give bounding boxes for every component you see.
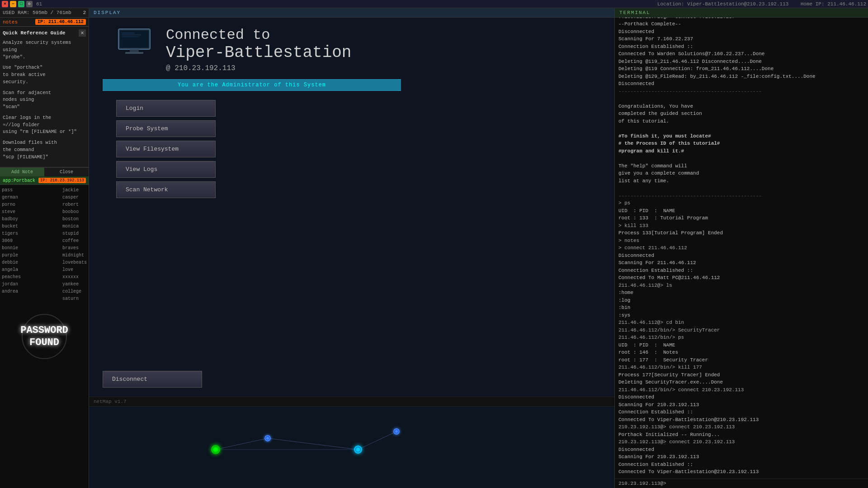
quick-ref-line-4: Clear logs in the≈//log folderusing "rm … xyxy=(3,114,86,136)
pwd-jordan: jordan xyxy=(2,281,21,288)
term-line: > kill 133 xyxy=(618,222,864,230)
app-portback-bar: app:Portback IP: 210.23.192.113 xyxy=(0,176,89,185)
terminal-content[interactable]: Note: the wildcard "*" indicates 'All'. … xyxy=(615,18,868,479)
ip-badge: IP: 211.46.46.112 xyxy=(35,19,86,25)
term-line: completed the guided section xyxy=(618,110,864,118)
password-list-left: pass german porno steve badboy bucket ti… xyxy=(2,187,21,295)
term-line: Connected To Warden Solutions@7.160.22.2… xyxy=(618,50,864,58)
terminal-input[interactable] xyxy=(668,481,864,486)
term-line: Scanning For 210.23.192.113 xyxy=(618,401,864,409)
term-line: :home xyxy=(618,289,864,297)
password-list-right: jackie casper robert booboo boston monic… xyxy=(62,187,87,303)
net-node-cyan-main[interactable] xyxy=(354,445,362,454)
view-filesystem-button[interactable]: View Filesystem xyxy=(116,141,216,157)
pwd-3069: 3069 xyxy=(2,237,21,245)
pwd-porno: porno xyxy=(2,201,21,208)
admin-bar: You are the Administrator of this System xyxy=(103,79,401,91)
quick-ref-title: Quick Reference Guide xyxy=(3,30,66,36)
net-node-blue[interactable] xyxy=(264,435,271,441)
quick-reference-panel: Quick Reference Guide × Analyze security… xyxy=(0,27,89,167)
term-line: Scanning For 211.46.46.112 xyxy=(618,259,864,267)
probe-system-button[interactable]: Probe System xyxy=(116,120,216,137)
pwd-casper: casper xyxy=(62,194,87,201)
svg-rect-5 xyxy=(130,49,139,52)
term-line: ----------------------------------------… xyxy=(618,88,864,95)
term-line: 211.46.46.112/bin/> kill 177 xyxy=(618,364,864,371)
term-line: Process 177[Security Tracer] Ended xyxy=(618,371,864,379)
pwd-purple: purple xyxy=(2,252,21,259)
pwd-college: college xyxy=(62,288,87,295)
disconnect-section: Disconnect xyxy=(89,362,614,397)
term-line: Connected To Viper-Battlestation@210.23.… xyxy=(618,468,864,476)
add-note-button[interactable]: Add Note xyxy=(0,168,44,176)
password-found-overlay: PASSWORD FOUND xyxy=(20,325,68,349)
pwd-saturn: saturn xyxy=(62,295,87,303)
net-node-blue-2[interactable] xyxy=(393,428,400,435)
term-line: Scanning For 210.23.192.113 xyxy=(618,453,864,461)
titlebar-icons: × − □ ⚙ xyxy=(2,1,33,7)
connected-to-label: Connected to xyxy=(166,27,601,43)
term-line: of this tutorial. xyxy=(618,118,864,125)
term-line: root : 177 : Security Tracer xyxy=(618,356,864,364)
pwd-monica: monica xyxy=(62,223,87,230)
pwd-steve: steve xyxy=(2,208,21,216)
term-line xyxy=(618,125,864,133)
password-area: pass german porno steve badboy bucket ti… xyxy=(0,185,89,488)
term-line: Deleting @119_211.46.46.112 Disconnected… xyxy=(618,58,864,66)
ip-portback-badge: IP: 210.23.192.113 xyxy=(38,178,86,183)
svg-line-10 xyxy=(358,431,396,450)
login-button[interactable]: Login xyxy=(116,100,216,117)
term-line: 211.46.46.112/bin/> SecurityTracer xyxy=(618,327,864,334)
term-line: Deleting @119 Connection: from_211.46.46… xyxy=(618,65,864,73)
notes-label: notes xyxy=(3,19,18,25)
terminal-prompt-label: 210.23.192.113@> xyxy=(618,481,666,486)
close-button[interactable]: Close xyxy=(44,168,89,176)
main-layout: USED RAM: 595mb / 761mb 2 notes IP: 211.… xyxy=(0,8,868,488)
terminal-panel: TERMINAL Note: the wildcard "*" indicate… xyxy=(615,8,868,488)
note-buttons: Add Note Close xyxy=(0,167,89,176)
term-line: Deleting SecurityTracer.exe....Done xyxy=(618,379,864,386)
left-panel: USED RAM: 595mb / 761mb 2 notes IP: 211.… xyxy=(0,8,89,488)
term-line: Disconnected xyxy=(618,252,864,260)
pwd-midnight: midnight xyxy=(62,252,87,259)
computer-icon xyxy=(116,27,152,58)
quick-ref-content: Analyze security systems using"probe". U… xyxy=(3,39,86,161)
close-icon[interactable]: × xyxy=(2,1,8,7)
term-line: # the Process ID of this tutorial# xyxy=(618,140,864,147)
ram-num: 2 xyxy=(83,10,86,15)
netmap-bar: netMap v1.7 xyxy=(89,397,614,407)
term-line: #program and kill it.# xyxy=(618,147,864,155)
term-line: Connection Established :: xyxy=(618,461,864,469)
pwd-peaches: peaches xyxy=(2,274,21,281)
display-content: Connected to Viper-Battlestation @ 210.2… xyxy=(89,18,614,362)
term-line: :bin xyxy=(618,304,864,312)
pwd-robert: robert xyxy=(62,201,87,208)
net-node-green[interactable] xyxy=(211,445,220,454)
ram-bar: USED RAM: 595mb / 761mb 2 xyxy=(0,8,89,18)
term-line: 211.46.46.112@> ls xyxy=(618,282,864,289)
pwd-coffee: coffee xyxy=(62,237,87,245)
gear-icon[interactable]: ⚙ xyxy=(26,1,33,7)
term-line: 211.46.46.112/bin/> ps xyxy=(618,334,864,341)
term-line xyxy=(618,155,864,162)
maximize-icon[interactable]: □ xyxy=(18,1,24,7)
view-logs-button[interactable]: View Logs xyxy=(116,161,216,178)
pwd-andrea: andrea xyxy=(2,288,21,295)
disconnect-button[interactable]: Disconnect xyxy=(103,371,202,388)
term-line: Porthack Initialized -- Running... xyxy=(618,431,864,439)
netmap-canvas xyxy=(89,407,614,488)
pwd-angela: angela xyxy=(2,266,21,274)
term-line: UID : PID : NAME xyxy=(618,341,864,349)
term-line: Congratulations, You have xyxy=(618,103,864,110)
scan-network-button[interactable]: Scan Network xyxy=(116,181,216,198)
quick-ref-close-button[interactable]: × xyxy=(79,29,86,37)
middle-panel: DISPLAY Connected to Viper-Battlestation xyxy=(89,8,615,488)
notes-bar: notes IP: 211.46.46.112 xyxy=(0,18,89,27)
pwd-pass: pass xyxy=(2,187,21,194)
minimize-icon[interactable]: − xyxy=(10,1,16,7)
pwd-bucket: bucket xyxy=(2,223,21,230)
pwd-tigers: tigers xyxy=(2,230,21,237)
term-line: Connection Established :: xyxy=(618,43,864,51)
pwd-debbie: debbie xyxy=(2,259,21,266)
term-line: --Porthack Complete-- xyxy=(618,20,864,28)
